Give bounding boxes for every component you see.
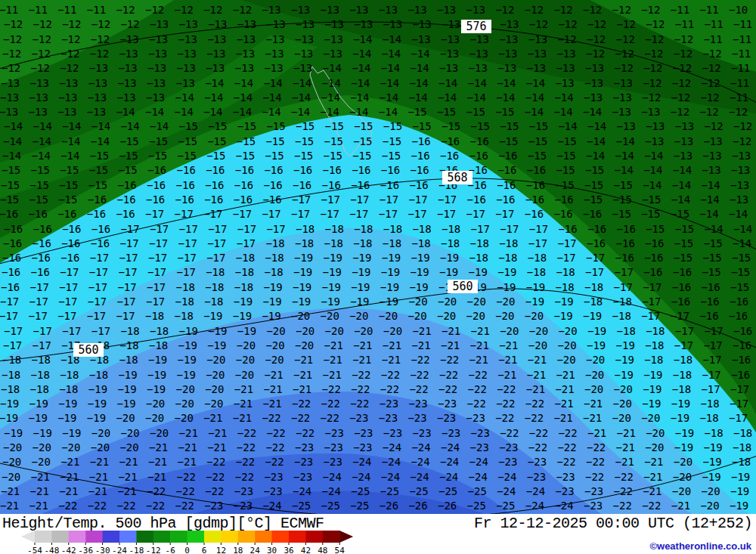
temperature-value: −16 [409, 179, 428, 191]
temperature-value: −17 [556, 252, 575, 264]
temperature-value: −11 [730, 77, 749, 89]
temperature-value: −23 [353, 441, 372, 453]
temperature-value: −20 [146, 398, 165, 410]
temperature-value: −18 [89, 369, 108, 381]
temperature-value: −12 [61, 33, 80, 45]
temperature-value: −12 [587, 33, 606, 45]
temperature-value: −14 [3, 135, 22, 147]
temperature-value: −20 [500, 325, 519, 337]
temperature-value: −21 [411, 339, 430, 351]
contour-label: 560 [78, 343, 98, 357]
temperature-value: −20 [672, 485, 691, 497]
temperature-value: −14 [204, 91, 223, 104]
temperature-value: −20 [205, 383, 224, 395]
temperature-value: −16 [146, 193, 165, 206]
temperature-value: −12 [2, 48, 21, 60]
temperature-value: −19 [178, 339, 197, 351]
temperature-value: −22 [351, 383, 370, 395]
temperature-value: −19 [615, 369, 634, 381]
temperature-value: −16 [553, 208, 572, 220]
temperature-value: −17 [615, 266, 634, 278]
temperature-value: −14 [525, 91, 544, 104]
temperature-value: −13 [469, 48, 488, 60]
temperature-value: −21 [499, 339, 518, 351]
temperature-value: −23 [528, 456, 547, 468]
temperature-value: −18 [613, 296, 632, 308]
temperature-value: −13 [207, 33, 226, 45]
temperature-value: −19 [177, 369, 196, 381]
temperature-value: −23 [234, 500, 253, 512]
temperature-value: −15 [613, 193, 632, 206]
copyright-link[interactable]: ©weatheronline.co.uk [649, 540, 751, 552]
temperature-value: −16 [732, 354, 751, 366]
temperature-value: −22 [495, 412, 514, 424]
temperature-value: −16 [262, 193, 281, 206]
temperature-value: −13 [265, 33, 284, 45]
temperature-value: −12 [587, 18, 606, 30]
temperature-value: −17 [147, 281, 166, 293]
temperature-value: −15 [612, 208, 631, 220]
temperature-value: −17 [614, 281, 633, 293]
temperature-value: −12 [116, 4, 135, 16]
temperature-value: −13 [118, 62, 137, 74]
temperature-value: −20 [119, 441, 138, 453]
temperature-value: −19 [208, 325, 227, 337]
temperature-value: −12 [645, 33, 664, 45]
temperature-value: −23 [438, 398, 457, 410]
temperature-value: −21 [584, 398, 603, 410]
temperature-value: −12 [644, 48, 663, 60]
temperature-value: −19 [262, 296, 281, 308]
temperature-value: −19 [380, 281, 399, 293]
temperature-value: −13 [412, 18, 431, 30]
temperature-value: −18 [470, 237, 489, 249]
temperature-value: −17 [701, 383, 720, 395]
temperature-value: −20 [673, 471, 692, 483]
temperature-value: −19 [350, 296, 369, 308]
temperature-value: −17 [116, 310, 135, 322]
temperature-value: −13 [117, 77, 136, 89]
temperature-value: −18 [295, 237, 314, 249]
temperature-value: −18 [646, 325, 665, 337]
temperature-value: −18 [442, 223, 460, 235]
temperature-value: −23 [380, 398, 398, 410]
temperature-value: −24 [383, 441, 401, 453]
temperature-value: −17 [641, 310, 660, 322]
temperature-value: −13 [116, 91, 135, 104]
temperature-value: −22 [558, 427, 577, 439]
temperature-value: −13 [88, 77, 107, 89]
temperature-value: −17 [703, 339, 722, 351]
scale-segment [204, 531, 222, 543]
temperature-value: −16 [204, 193, 223, 206]
temperature-value: −24 [323, 471, 342, 483]
temperature-value: −14 [233, 106, 252, 118]
temperature-value: −19 [411, 252, 429, 264]
temperature-value: −18 [265, 237, 284, 249]
temperature-value: −14 [643, 179, 662, 191]
temperature-value: −17 [321, 208, 339, 220]
temperature-value: −22 [525, 412, 544, 424]
temperature-value: −12 [729, 106, 748, 118]
temperature-value: −13 [585, 62, 604, 74]
temperature-value: −13 [556, 62, 575, 74]
temperature-value: −15 [584, 179, 603, 191]
temperature-value: −17 [150, 223, 169, 235]
temperature-value: −21 [207, 441, 226, 453]
temperature-value: −16 [323, 164, 342, 176]
temperature-value: −12 [32, 48, 51, 60]
temperature-value: −18 [584, 296, 603, 308]
temperature-value: −23 [263, 485, 282, 497]
temperature-value: −15 [295, 135, 314, 147]
scale-arrow-left [21, 531, 35, 543]
temperature-value: −13 [440, 48, 459, 60]
temperature-value: −15 [178, 150, 197, 162]
temperature-value: −19 [292, 296, 311, 308]
temperature-value: −22 [321, 412, 339, 424]
temperature-value: −22 [236, 456, 255, 468]
scale-segment [238, 531, 256, 543]
temperature-value: −21 [149, 441, 168, 453]
temperature-value: −12 [612, 4, 631, 16]
temperature-value: −21 [147, 471, 166, 483]
temperature-value: −13 [702, 150, 721, 162]
temperature-value: −16 [62, 223, 81, 235]
scale-segment [119, 531, 137, 543]
